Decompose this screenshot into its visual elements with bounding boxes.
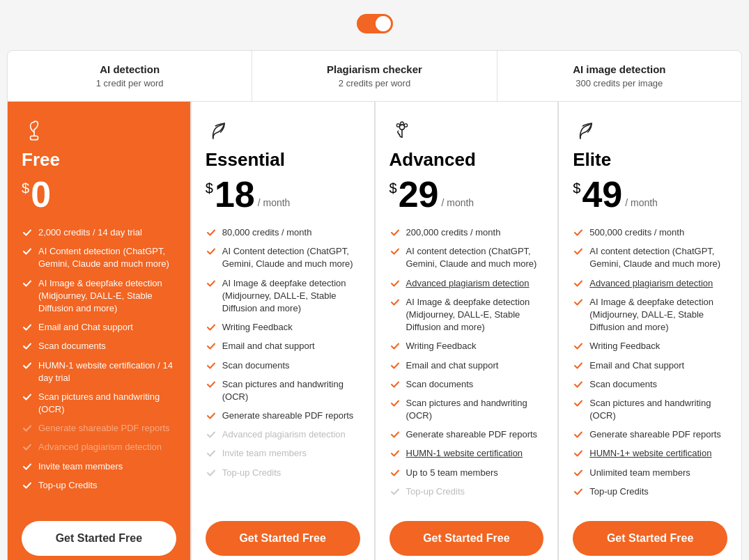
leaf-icon: [206, 118, 231, 143]
check-icon: [389, 246, 401, 257]
feature-item: Email and chat support: [206, 340, 360, 352]
feature-text: Scan documents: [589, 378, 657, 391]
feature-item: Writing Feedback: [206, 321, 360, 334]
check-icon: [573, 341, 584, 352]
credit-info-item-2: AI image detection300 credits per image: [497, 51, 741, 101]
feature-item: Top-up Credits: [22, 479, 176, 492]
feature-text: 200,000 credits / month: [406, 226, 501, 239]
credit-info-bar: AI detection1 credit per wordPlagiarism …: [7, 50, 742, 102]
check-icon: [22, 227, 33, 238]
feature-text: AI content detection (ChatGPT, Gemini, C…: [589, 245, 727, 270]
price-amount: 18: [215, 176, 255, 212]
credit-info-item-1: Plagiarism checker2 credits per word: [252, 51, 497, 101]
feature-item: Up to 5 team members: [389, 467, 544, 479]
feature-item: Generate shareable PDF reports: [573, 428, 727, 441]
feature-item: 500,000 credits / month: [573, 226, 727, 239]
feature-text: AI Image & deepfake detection (Midjourne…: [589, 296, 727, 334]
check-icon: [206, 467, 217, 479]
check-icon: [573, 379, 584, 390]
check-icon: [389, 398, 401, 409]
plan-card-advanced: Advanced $ 29 / month 200,000 credits / …: [375, 102, 559, 560]
check-icon: [389, 379, 401, 390]
feature-item: Email and Chat support: [573, 359, 727, 372]
check-icon: [573, 467, 584, 479]
leaf2-icon: [573, 118, 598, 143]
cta-button-essential[interactable]: Get Started Free: [206, 521, 360, 556]
feature-item: Scan documents: [22, 340, 176, 352]
cta-button-advanced[interactable]: Get Started Free: [389, 521, 544, 556]
feature-text: Email and chat support: [222, 340, 315, 352]
check-icon: [206, 360, 217, 371]
feature-text: Scan documents: [222, 359, 290, 372]
feature-text: Advanced plagiarism detection: [222, 428, 346, 441]
feature-item: Top-up Credits: [206, 467, 360, 479]
check-icon: [573, 448, 584, 459]
plan-price-essential: $ 18 / month: [206, 176, 360, 212]
plant-icon: [22, 118, 47, 143]
feature-text: Generate shareable PDF reports: [222, 410, 354, 422]
cta-button-elite[interactable]: Get Started Free: [573, 521, 727, 556]
check-icon: [389, 278, 401, 289]
plan-name-advanced: Advanced: [389, 149, 544, 171]
check-icon: [389, 360, 401, 371]
feature-item: AI Image & deepfake detection (Midjourne…: [206, 277, 360, 316]
plan-card-free: Free $ 0 2,000 credits / 14 day trial AI…: [7, 102, 191, 560]
feature-item: Invite team members: [22, 460, 176, 473]
plans-container: Free $ 0 2,000 credits / 14 day trial AI…: [7, 102, 742, 560]
feature-text: Top-up Credits: [406, 485, 465, 498]
check-icon: [206, 379, 217, 390]
feature-item: AI Image & deepfake detection (Midjourne…: [389, 296, 544, 334]
feature-item: Generate shareable PDF reports: [389, 428, 544, 441]
feature-text: Advanced plagiarism detection: [38, 441, 162, 453]
feature-text: Generate shareable PDF reports: [589, 428, 721, 441]
currency-symbol: $: [22, 180, 29, 196]
check-icon: [573, 278, 584, 289]
check-icon: [206, 227, 217, 238]
feature-text: Writing Feedback: [222, 321, 293, 334]
cta-button-free[interactable]: Get Started Free: [22, 521, 176, 556]
check-icon: [206, 246, 217, 257]
feature-item: Writing Feedback: [573, 340, 727, 352]
feature-item: AI Image & deepfake detection (Midjourne…: [22, 277, 176, 316]
feature-item: Unlimited team members: [573, 467, 727, 479]
feature-item: Scan documents: [573, 378, 727, 391]
flower-icon: [389, 118, 415, 143]
check-icon: [206, 322, 217, 333]
features-list-free: 2,000 credits / 14 day trial AI Content …: [22, 226, 176, 504]
price-period: / month: [258, 197, 291, 208]
billing-toggle-switch[interactable]: [357, 14, 393, 33]
check-icon: [573, 486, 584, 497]
price-period: / month: [625, 197, 658, 208]
svg-rect-0: [31, 136, 38, 139]
check-icon: [206, 341, 217, 352]
feature-text: AI content detection (ChatGPT, Gemini, C…: [406, 245, 544, 270]
feature-text: Email and chat support: [406, 359, 499, 372]
feature-item: AI Content detection (ChatGPT, Gemini, C…: [22, 245, 176, 270]
price-period: / month: [441, 197, 474, 208]
currency-symbol: $: [389, 180, 397, 196]
feature-text: Scan pictures and handwriting (OCR): [222, 378, 360, 403]
price-amount: 29: [399, 176, 439, 212]
feature-item: Generate shareable PDF reports: [206, 410, 360, 422]
check-icon: [389, 448, 401, 459]
feature-item: Top-up Credits: [573, 485, 727, 498]
features-list-advanced: 200,000 credits / month AI content detec…: [389, 226, 544, 504]
check-icon: [206, 429, 217, 440]
feature-item: AI content detection (ChatGPT, Gemini, C…: [389, 245, 544, 270]
feature-text: 2,000 credits / 14 day trial: [38, 226, 142, 239]
check-icon: [22, 360, 33, 371]
feature-item: Scan pictures and handwriting (OCR): [573, 397, 727, 422]
plan-price-advanced: $ 29 / month: [389, 176, 544, 212]
feature-item: 200,000 credits / month: [389, 226, 544, 239]
feature-text: HUMN-1 website certification: [406, 447, 523, 460]
plan-name-free: Free: [22, 149, 176, 171]
check-icon: [22, 322, 33, 333]
feature-text: AI Image & deepfake detection (Midjourne…: [406, 296, 544, 334]
check-icon: [22, 341, 33, 352]
check-icon: [389, 341, 401, 352]
feature-item: HUMN-1 website certification / 14 day tr…: [22, 359, 176, 384]
feature-text: Advanced plagiarism detection: [589, 277, 713, 290]
plan-price-elite: $ 49 / month: [573, 176, 727, 212]
feature-item: 2,000 credits / 14 day trial: [22, 226, 176, 239]
feature-item: Email and chat support: [389, 359, 544, 372]
